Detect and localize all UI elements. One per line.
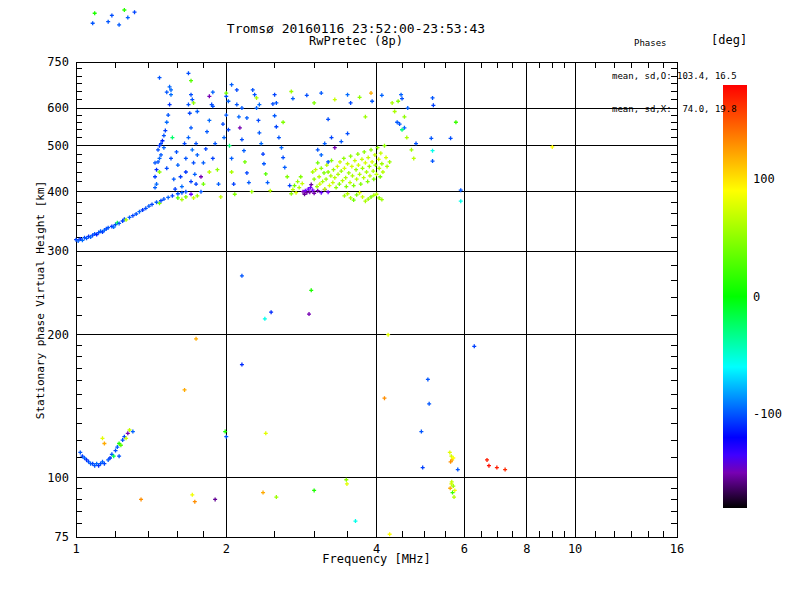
svg-text:300: 300 bbox=[47, 244, 69, 258]
phase-stats-o-mode: mean, sd,O:-103.4, 16.5 bbox=[612, 71, 737, 82]
y-axis-label: Stationary phase Virtual Height [km] bbox=[34, 181, 47, 419]
colorbar bbox=[723, 85, 747, 508]
svg-text:75: 75 bbox=[55, 530, 69, 544]
svg-text:0: 0 bbox=[753, 290, 760, 304]
svg-text:750: 750 bbox=[47, 55, 69, 69]
colorbar-unit-label: [deg] bbox=[711, 33, 747, 47]
scatter-points bbox=[74, 8, 554, 536]
svg-text:600: 600 bbox=[47, 101, 69, 115]
svg-text:-100: -100 bbox=[753, 407, 782, 421]
svg-text:200: 200 bbox=[47, 328, 69, 342]
tick-labels: 12468101675100200300400500600750 bbox=[47, 55, 684, 556]
svg-text:400: 400 bbox=[47, 185, 69, 199]
svg-text:500: 500 bbox=[47, 139, 69, 153]
phase-stats-x-mode: mean, sd,X: 74.0, 19.8 bbox=[612, 104, 737, 115]
ionogram-figure: 124681016751002003004005006007501000-100… bbox=[0, 0, 800, 600]
grid-lines bbox=[76, 62, 677, 537]
colorbar-tick-labels: 1000-100 bbox=[753, 172, 782, 421]
svg-text:100: 100 bbox=[47, 471, 69, 485]
svg-text:100: 100 bbox=[753, 172, 775, 186]
plot-subtitle: RwPretec (8p) bbox=[76, 34, 636, 48]
x-axis-label: Frequency [MHz] bbox=[76, 552, 677, 566]
